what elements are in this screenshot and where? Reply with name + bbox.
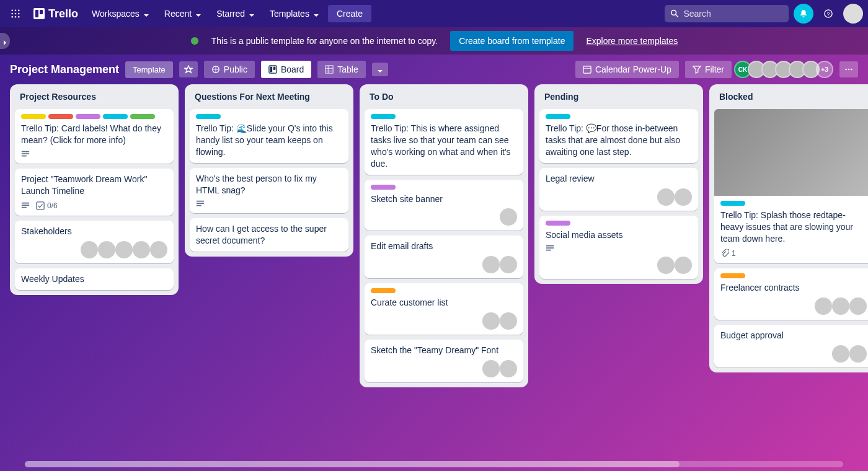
member-avatar[interactable] bbox=[657, 257, 675, 274]
card-labels bbox=[546, 114, 692, 119]
visibility-button[interactable]: Public bbox=[204, 61, 255, 78]
label-sky[interactable] bbox=[103, 114, 128, 119]
board-menu-button[interactable] bbox=[839, 61, 858, 77]
board-header-right: Calendar Power-Up Filter CK +3 bbox=[575, 61, 858, 78]
topbar-left: Trello Workspaces Recent Starred Templat… bbox=[5, 5, 371, 22]
member-avatar[interactable] bbox=[81, 241, 98, 258]
nav-recent[interactable]: Recent bbox=[158, 5, 208, 22]
view-table-button[interactable]: Table bbox=[317, 61, 365, 78]
trello-logo[interactable]: Trello bbox=[29, 7, 83, 20]
notifications-button[interactable] bbox=[794, 4, 813, 24]
card[interactable]: Social media assets bbox=[539, 216, 698, 280]
card-badges bbox=[546, 244, 692, 253]
card[interactable]: Freelancer contracts bbox=[714, 268, 868, 320]
search-input[interactable] bbox=[683, 9, 782, 19]
nav-templates[interactable]: Templates bbox=[264, 5, 326, 22]
board-members-avatars[interactable]: CK +3 bbox=[738, 61, 833, 78]
avatar-more[interactable]: +3 bbox=[816, 61, 833, 78]
label-yellow[interactable] bbox=[21, 114, 46, 119]
card-labels bbox=[371, 288, 517, 293]
card[interactable]: Trello Tip: 💬For those in-between tasks … bbox=[539, 109, 698, 163]
create-from-template-button[interactable]: Create board from template bbox=[450, 31, 574, 51]
card[interactable]: Trello Tip: Splash those redtape-heavy i… bbox=[714, 109, 868, 263]
member-avatar[interactable] bbox=[500, 256, 517, 273]
member-avatar[interactable] bbox=[832, 345, 849, 363]
filter-button[interactable]: Filter bbox=[685, 61, 732, 78]
apps-launcher-button[interactable] bbox=[5, 6, 26, 22]
explore-templates-link[interactable]: Explore more templates bbox=[586, 36, 678, 46]
card[interactable]: Sketch site banner bbox=[365, 180, 523, 231]
member-avatar[interactable] bbox=[675, 188, 692, 206]
topbar: Trello Workspaces Recent Starred Templat… bbox=[0, 0, 868, 27]
member-avatar[interactable] bbox=[832, 297, 849, 315]
member-avatar[interactable] bbox=[115, 241, 133, 258]
board-title[interactable]: Project Management bbox=[10, 63, 119, 76]
card[interactable]: Edit email drafts bbox=[365, 236, 523, 278]
card[interactable]: How can I get access to the super secret… bbox=[190, 218, 348, 252]
list-title[interactable]: Questions For Next Meeting bbox=[190, 89, 348, 104]
label-purple[interactable] bbox=[76, 114, 100, 119]
help-button[interactable]: ? bbox=[818, 4, 838, 24]
member-avatar[interactable] bbox=[675, 257, 692, 274]
list: Project ResourcesTrello Tip: Card labels… bbox=[10, 84, 179, 295]
card[interactable]: Stakeholders bbox=[15, 221, 174, 263]
label-orange[interactable] bbox=[371, 288, 396, 293]
member-avatar[interactable] bbox=[849, 297, 867, 315]
card[interactable]: Sketch the "Teamy Dreamy" Font bbox=[365, 340, 523, 382]
nav-workspaces[interactable]: Workspaces bbox=[86, 5, 156, 22]
star-button[interactable] bbox=[179, 61, 198, 77]
label-sky[interactable] bbox=[371, 114, 396, 119]
card[interactable]: Project "Teamwork Dream Work" Launch Tim… bbox=[15, 169, 174, 216]
card[interactable]: Weekly Updates bbox=[15, 268, 174, 290]
member-avatar[interactable] bbox=[849, 345, 867, 363]
card[interactable]: Trello Tip: Card labels! What do they me… bbox=[15, 109, 174, 164]
search-box[interactable] bbox=[665, 5, 789, 22]
card[interactable]: Trello Tip: This is where assigned tasks… bbox=[365, 109, 523, 175]
label-sky[interactable] bbox=[720, 201, 745, 206]
scrollbar-thumb[interactable] bbox=[25, 461, 680, 467]
board-canvas[interactable]: Project ResourcesTrello Tip: Card labels… bbox=[0, 84, 868, 471]
label-purple[interactable] bbox=[371, 185, 396, 190]
card-badges: 0/6 bbox=[21, 201, 167, 211]
svg-rect-18 bbox=[326, 66, 333, 73]
create-button[interactable]: Create bbox=[328, 5, 371, 22]
list-title[interactable]: Pending bbox=[539, 89, 698, 104]
label-red[interactable] bbox=[48, 114, 73, 119]
svg-point-6 bbox=[11, 16, 13, 18]
member-avatar[interactable] bbox=[150, 241, 167, 258]
label-sky[interactable] bbox=[196, 114, 221, 119]
label-green[interactable] bbox=[130, 114, 155, 119]
card[interactable]: Who's the best person to fix my HTML sna… bbox=[190, 168, 348, 214]
card[interactable]: Budget approval bbox=[714, 325, 868, 368]
list-title[interactable]: Project Resources bbox=[15, 89, 174, 104]
card[interactable]: Curate customer list bbox=[365, 283, 523, 335]
member-avatar[interactable] bbox=[482, 312, 500, 330]
horizontal-scrollbar[interactable] bbox=[25, 461, 843, 467]
view-more-button[interactable] bbox=[372, 63, 388, 76]
member-avatar[interactable] bbox=[500, 312, 517, 330]
user-avatar[interactable] bbox=[843, 4, 863, 24]
card-title: Trello Tip: This is where assigned tasks… bbox=[371, 123, 517, 170]
member-avatar[interactable] bbox=[500, 360, 517, 377]
member-avatar[interactable] bbox=[815, 297, 832, 315]
expand-sidebar-handle[interactable] bbox=[0, 33, 10, 49]
card-members bbox=[546, 257, 692, 274]
card-title: Stakeholders bbox=[21, 226, 167, 237]
card[interactable]: Legal review bbox=[539, 168, 698, 211]
card[interactable]: Trello Tip: 🌊Slide your Q's into this ha… bbox=[190, 109, 348, 163]
member-avatar[interactable] bbox=[98, 241, 115, 258]
member-avatar[interactable] bbox=[482, 256, 500, 273]
view-board-button[interactable]: Board bbox=[261, 61, 311, 78]
member-avatar[interactable] bbox=[657, 188, 675, 206]
label-purple[interactable] bbox=[546, 221, 570, 226]
member-avatar[interactable] bbox=[482, 360, 500, 377]
nav-starred[interactable]: Starred bbox=[210, 5, 261, 22]
calendar-powerup-button[interactable]: Calendar Power-Up bbox=[575, 61, 679, 78]
member-avatar[interactable] bbox=[133, 241, 150, 258]
template-badge[interactable]: Template bbox=[125, 61, 173, 78]
label-orange[interactable] bbox=[720, 273, 745, 278]
list-title[interactable]: To Do bbox=[365, 89, 523, 104]
label-sky[interactable] bbox=[546, 114, 570, 119]
member-avatar[interactable] bbox=[500, 208, 517, 226]
list-title[interactable]: Blocked bbox=[714, 89, 868, 104]
